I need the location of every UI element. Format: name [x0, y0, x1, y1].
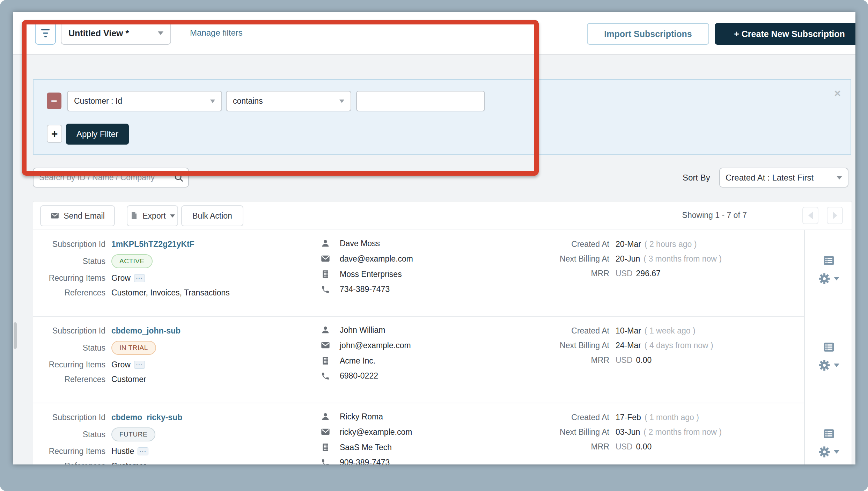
chevron-down-icon [339, 100, 344, 103]
view-details-icon[interactable] [823, 341, 835, 353]
mrr-value: 296.67 [636, 269, 661, 278]
more-items-icon[interactable]: ··· [138, 447, 148, 455]
customer-email: dave@example.com [340, 254, 413, 264]
chevron-right-icon [833, 212, 837, 219]
subscription-rows: Subscription Id1mKPL5hTZ2g21yKtF StatusA… [33, 230, 804, 464]
view-selector[interactable]: Untitled View * [61, 22, 171, 45]
subscription-id-link[interactable]: 1mKPL5hTZ2g21yKtF [111, 240, 194, 249]
customer-company: Moss Enterprises [340, 270, 402, 279]
subscription-row: Subscription Idcbdemo_ricky-sub StatusFU… [33, 403, 804, 464]
person-icon [320, 325, 331, 335]
customer-name: John William [340, 325, 385, 335]
search-input[interactable] [33, 168, 189, 188]
search-icon [174, 172, 184, 184]
chevron-left-icon [808, 212, 813, 219]
customer-email: john@example.com [340, 341, 411, 350]
subscription-row: Subscription Id1mKPL5hTZ2g21yKtF StatusA… [33, 230, 804, 317]
customer-company: SaaS Me Tech [340, 443, 392, 452]
export-button[interactable]: Export [127, 205, 178, 226]
envelope-icon [50, 211, 59, 220]
customer-phone: 6980-0222 [340, 371, 378, 381]
row-actions-column [804, 230, 852, 464]
envelope-icon [320, 340, 331, 350]
chevron-down-icon [837, 176, 842, 179]
remove-filter-button[interactable]: − [47, 93, 61, 109]
envelope-icon [320, 254, 331, 264]
person-icon [320, 412, 331, 422]
chevron-down-icon [834, 277, 839, 280]
subscription-id-label: Subscription Id [40, 240, 105, 249]
created-at-label: Created At [445, 240, 609, 249]
pagination-prev-button[interactable] [802, 207, 818, 224]
phone-icon [320, 458, 331, 465]
send-email-button[interactable]: Send Email [40, 205, 115, 226]
search-box [33, 168, 189, 188]
filter-toggle-button[interactable] [35, 22, 56, 45]
row-settings-gear-icon[interactable] [818, 273, 839, 285]
filter-value-input[interactable] [356, 91, 485, 111]
bulk-action-button[interactable]: Bulk Action [181, 205, 243, 226]
manage-filters-link[interactable]: Manage filters [190, 28, 243, 38]
import-subscriptions-button[interactable]: Import Subscriptions [587, 23, 709, 45]
customer-phone: 734-389-7473 [340, 285, 390, 294]
mrr-label: MRR [445, 269, 609, 278]
chevron-down-icon [834, 450, 839, 454]
status-badge: ACTIVE [111, 254, 153, 268]
filter-field-select[interactable]: Customer : Id [67, 91, 222, 111]
apply-filter-button[interactable]: Apply Filter [66, 124, 129, 145]
filter-operator-value: contains [233, 96, 263, 106]
scrollbar-handle[interactable] [14, 322, 17, 349]
chevron-down-icon [834, 364, 839, 367]
envelope-icon [320, 427, 331, 437]
phone-icon [320, 372, 331, 381]
subscriptions-card: Send Email Export Bulk Action Showing 1 … [33, 201, 852, 464]
row-actions [805, 341, 852, 371]
more-items-icon[interactable]: ··· [134, 274, 145, 282]
add-filter-button[interactable]: + [47, 125, 62, 143]
view-details-icon[interactable] [823, 428, 835, 440]
next-billing-label: Next Billing At [445, 254, 609, 264]
references-value: Customer, Invoices, Transactions [111, 288, 230, 298]
create-new-subscription-button[interactable]: + Create New Subscription [715, 23, 855, 45]
sort-select[interactable]: Created At : Latest First [719, 168, 848, 188]
customer-name: Dave Moss [340, 239, 380, 248]
recurring-items-label: Recurring Items [40, 273, 105, 283]
sort-value: Created At : Latest First [726, 173, 814, 183]
more-items-icon[interactable]: ··· [134, 361, 145, 369]
list-toolbar: Send Email Export Bulk Action Showing 1 … [33, 201, 852, 229]
customer-company: Acme Inc. [340, 356, 375, 366]
building-icon [320, 442, 331, 452]
row-settings-gear-icon[interactable] [818, 446, 839, 458]
row-actions [805, 428, 852, 458]
subscription-id-link[interactable]: cbdemo_john-sub [111, 326, 181, 336]
customer-name: Ricky Roma [340, 412, 383, 422]
subscription-id-link[interactable]: cbdemo_ricky-sub [111, 413, 182, 422]
phone-icon [320, 285, 331, 294]
filter-icon [41, 29, 50, 30]
window-frame: Untitled View * Manage filters Import Su… [0, 0, 868, 491]
filter-operator-select[interactable]: contains [226, 91, 351, 111]
customer-email: ricky@example.com [340, 427, 412, 437]
pagination-next-button[interactable] [827, 207, 843, 224]
subscription-row: Subscription Idcbdemo_john-sub StatusIN … [33, 317, 804, 403]
references-value: Customer [111, 461, 146, 464]
person-icon [320, 239, 331, 248]
row-actions [805, 255, 852, 285]
references-value: Customer [111, 375, 146, 384]
view-details-icon[interactable] [823, 255, 835, 266]
next-billing-value: 20-Jun [616, 254, 640, 264]
showing-count: Showing 1 - 7 of 7 [682, 211, 747, 220]
chevron-down-icon [158, 31, 163, 35]
created-at-value: 20-Mar [616, 240, 641, 249]
building-icon [320, 269, 331, 279]
view-name: Untitled View * [68, 28, 129, 38]
app-screen: Untitled View * Manage filters Import Su… [13, 12, 855, 464]
row-settings-gear-icon[interactable] [818, 359, 839, 371]
building-icon [320, 356, 331, 366]
close-icon[interactable]: × [834, 87, 841, 100]
top-bar: Untitled View * Manage filters Import Su… [13, 12, 855, 55]
references-label: References [40, 288, 105, 298]
filter-field-value: Customer : Id [74, 96, 122, 106]
status-label: Status [40, 257, 105, 266]
status-badge: IN TRIAL [111, 341, 156, 355]
